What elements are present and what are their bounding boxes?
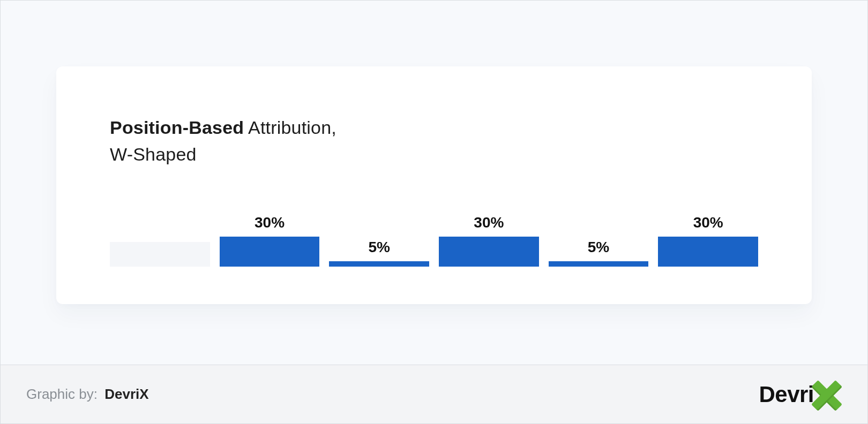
- devrix-logo: Devri: [759, 378, 842, 411]
- bar-label: 30%: [693, 213, 723, 231]
- bar-label: 30%: [474, 213, 504, 231]
- bar-wrap: 30%: [439, 213, 539, 267]
- bar-label: 30%: [255, 213, 285, 231]
- bar: [439, 237, 539, 267]
- bar: [329, 261, 429, 267]
- bar-chart: 30%5%30%5%30%: [110, 213, 758, 267]
- logo-x-icon: [812, 381, 842, 411]
- bar-label: 5%: [588, 238, 609, 256]
- logo-text: Devri: [759, 382, 814, 407]
- bar-wrap: [110, 218, 210, 267]
- footer: Graphic by: DevriX Devri: [1, 365, 867, 423]
- credit-brand: DevriX: [104, 386, 148, 402]
- bar: [549, 261, 649, 267]
- graphic-frame: Position-Based Attribution, W-Shaped 30%…: [0, 0, 868, 424]
- chart-card: Position-Based Attribution, W-Shaped 30%…: [56, 66, 812, 304]
- bar-label: 5%: [368, 238, 390, 256]
- bar-wrap: 30%: [220, 213, 320, 267]
- bar-wrap: 5%: [329, 238, 429, 267]
- chart-title: Position-Based Attribution, W-Shaped: [110, 115, 758, 168]
- bar-wrap: 5%: [549, 238, 649, 267]
- stage: Position-Based Attribution, W-Shaped 30%…: [1, 1, 867, 365]
- title-line2: W-Shaped: [110, 144, 197, 164]
- bar: [220, 237, 320, 267]
- credit-label: Graphic by:: [26, 386, 98, 402]
- bar-wrap: 30%: [658, 213, 758, 267]
- title-bold: Position-Based: [110, 117, 244, 138]
- credit: Graphic by: DevriX: [26, 386, 149, 403]
- bar-placeholder: [110, 242, 210, 267]
- bar: [658, 237, 758, 267]
- title-rest: Attribution,: [244, 117, 336, 138]
